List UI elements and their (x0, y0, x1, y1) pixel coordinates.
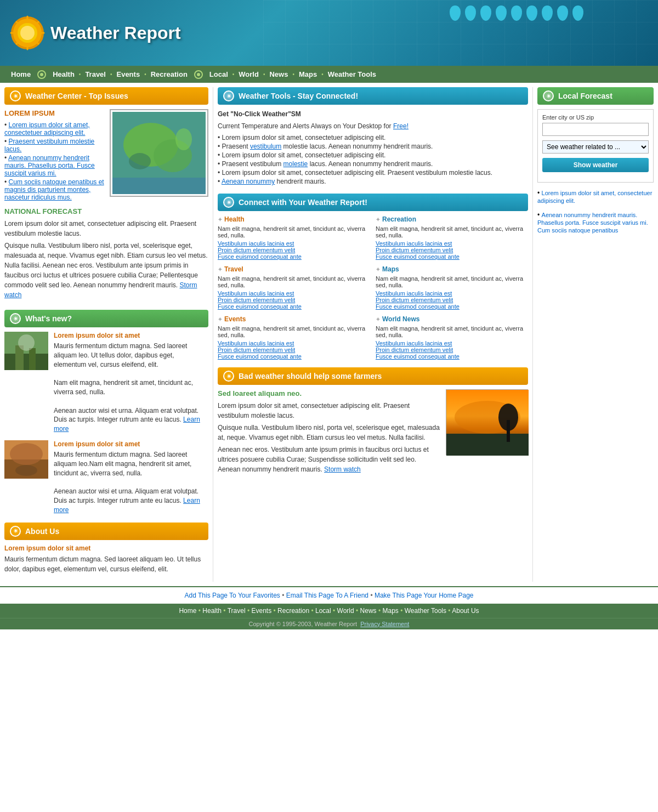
news-item-1: Lorem ipsum dolor sit amet Mauris fermen… (4, 332, 208, 434)
news-body-2: Mauris fermentum dictum magna. Sed laore… (54, 450, 208, 515)
privacy-link[interactable]: Privacy Statement (360, 621, 409, 627)
list-item: Lorem ipsum dolor sit amet, consectetuer… (218, 133, 528, 142)
site-logo: Weather Report (11, 16, 181, 49)
nav-recreation[interactable]: Recreation (149, 69, 190, 80)
learn-more-link-1[interactable]: Learn more (54, 416, 200, 433)
aenean-link[interactable]: Aenean nonummy (222, 178, 275, 185)
weather-news-section: ☀ Bad weather should help some farmers S… (218, 367, 528, 476)
footer-links-bar: Add This Page To Your Favorites • Email … (0, 586, 658, 604)
section-icon: ☀ (543, 90, 554, 101)
footer-nav-world[interactable]: World (337, 607, 354, 615)
city-label: Enter city or US zip (542, 114, 649, 121)
svg-point-29 (498, 404, 518, 431)
footer-copyright: Copyright © 1995-2003, Weather Report Pr… (0, 618, 658, 629)
show-weather-button[interactable]: Show weather (542, 158, 649, 172)
svg-point-23 (10, 443, 43, 465)
news-content-1: Lorem ipsum dolor sit amet Mauris fermen… (54, 332, 208, 434)
nav-travel[interactable]: Travel (83, 69, 108, 80)
nav-divider-circle (194, 70, 203, 79)
nav-maps[interactable]: Maps (297, 69, 319, 80)
list-item: Lorem ipsum dolor sit amet, consectetuer… (218, 151, 528, 160)
right-links: Lorem ipsum dolor sit amet, consectetuer… (537, 188, 654, 235)
vestibulum-link[interactable]: vestibulum (250, 143, 281, 150)
news-thumbnail-1 (4, 332, 48, 370)
svg-rect-19 (29, 348, 36, 370)
weather-center-section: ☀ Weather Center - Top Issues LOREM IPSU… (4, 87, 208, 302)
rain-drop (511, 5, 522, 21)
svg-line-8 (35, 22, 38, 25)
storm-watch-link-2[interactable]: Storm watch (324, 465, 361, 473)
section-icon: ☀ (10, 526, 21, 537)
footer-nav-health[interactable]: Health (202, 607, 222, 615)
nav-news[interactable]: News (267, 69, 290, 80)
national-forecast-title: NATIONAL FORECAST (4, 207, 208, 215)
right-link-2[interactable]: Aenean nonummy hendrerit mauris. Phasell… (537, 212, 648, 234)
list-item: Aenean nonummy hendrerit mauris. (218, 177, 528, 186)
list-item: Praesent vestibulum molestie lacus. Aene… (218, 160, 528, 168)
svg-point-13 (129, 153, 151, 169)
grid-icon: ✦ (376, 266, 380, 272)
nav-world[interactable]: World (236, 69, 261, 80)
about-us-header: ☀ About Us (4, 523, 208, 540)
nav-local[interactable]: Local (207, 69, 230, 80)
weather-tools-section: ☀ Weather Tools - Stay Connected! Get "N… (218, 87, 528, 186)
tool-bullet-list: Lorem ipsum dolor sit amet, consectetuer… (218, 133, 528, 186)
free-link[interactable]: Free! (393, 122, 409, 130)
footer-nav-weather-tools[interactable]: Weather Tools (405, 607, 446, 615)
learn-more-link-2[interactable]: Learn more (54, 497, 200, 514)
grid-icon: ✦ (218, 266, 222, 272)
world-map-image (110, 109, 208, 197)
svg-line-6 (16, 22, 20, 25)
molestie-link[interactable]: molestie (283, 160, 308, 168)
make-home-link[interactable]: Make This Page Your Home Page (375, 592, 474, 599)
grid-icon: ✦ (376, 217, 380, 223)
see-weather-select[interactable]: See weather related to ... (542, 140, 649, 154)
section-icon: ☀ (10, 313, 21, 324)
connect-maps: ✦ Maps Nam elit magna, hendrerit sit ame… (376, 265, 528, 310)
weather-news-p1: Lorem ipsum dolor sit amet, consectetuer… (218, 401, 440, 421)
rain-drop (542, 5, 553, 21)
footer-nav-maps[interactable]: Maps (382, 607, 398, 615)
connect-world-news: ✦ World News Nam elit magna, hendrerit s… (376, 315, 528, 360)
nav-events[interactable]: Events (114, 69, 142, 80)
footer-nav-local[interactable]: Local (315, 607, 331, 615)
top-issues-content: LOREM IPSUM Lorem ipsum dolor sit amet, … (4, 109, 208, 302)
footer-nav-recreation[interactable]: Recreation (277, 607, 309, 615)
footer-nav-about[interactable]: About Us (452, 607, 479, 615)
right-link-1[interactable]: Lorem ipsum dolor sit amet, consectetuer… (537, 190, 652, 204)
news-title-1: Lorem ipsum dolor sit amet (54, 332, 208, 339)
rain-drop (496, 5, 507, 21)
svg-point-14 (175, 128, 192, 150)
national-forecast-body: Lorem ipsum dolor sit amet, consectetuer… (4, 219, 208, 239)
footer-nav-home[interactable]: Home (179, 607, 196, 615)
section-icon: ☀ (10, 90, 21, 101)
svg-rect-15 (112, 178, 206, 194)
add-favorites-link[interactable]: Add This Page To Your Favorites (185, 592, 280, 599)
nav-health[interactable]: Health (50, 69, 77, 80)
rain-drop (465, 5, 476, 21)
header: Weather Report (0, 0, 658, 66)
nav-dot: • (79, 71, 81, 77)
email-friend-link[interactable]: Email This Page To A Friend (286, 592, 368, 599)
footer-nav-news[interactable]: News (360, 607, 377, 615)
connect-grid: ✦ Health Nam elit magna, hendrerit sit a… (218, 215, 528, 360)
nav-home[interactable]: Home (9, 69, 33, 80)
city-input[interactable] (542, 123, 649, 136)
nav-weather-tools[interactable]: Weather Tools (326, 69, 378, 80)
footer-nav-travel[interactable]: Travel (228, 607, 246, 615)
connect-travel: ✦ Travel Nam elit magna, hendrerit sit a… (218, 265, 370, 310)
nav-dot: • (321, 71, 324, 77)
weather-news-subtitle: Sed loareet aliquam neo. (218, 389, 440, 398)
about-item-title: Lorem ipsum dolor sit amet (4, 544, 208, 552)
nav-dot: • (144, 71, 146, 77)
grid-icon: ✦ (218, 316, 222, 322)
storm-watch-link[interactable]: Storm watch (4, 281, 197, 299)
section-icon: ☀ (223, 197, 234, 208)
whats-new-header: ☀ What's new? (4, 310, 208, 327)
about-item-body: Mauris fermentum dictum magna. Sed laore… (4, 554, 208, 574)
rain-drop (480, 5, 491, 21)
section-icon: ☀ (223, 90, 234, 101)
about-us-section: ☀ About Us Lorem ipsum dolor sit amet Ma… (4, 523, 208, 574)
footer-nav-events[interactable]: Events (251, 607, 271, 615)
get-noclick-subtitle: Current Temperature and Alerts Always on… (218, 121, 528, 131)
